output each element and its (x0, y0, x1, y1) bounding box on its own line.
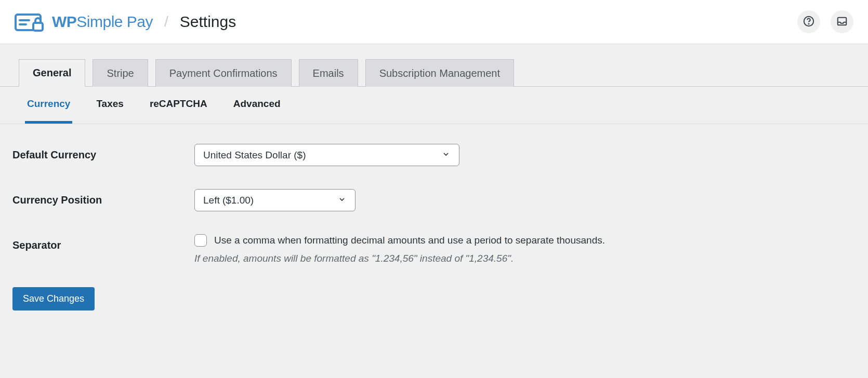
tab-stripe[interactable]: Stripe (93, 59, 148, 87)
help-button[interactable] (797, 10, 820, 33)
row-currency-position: Currency Position Left ($1.00) (12, 189, 856, 211)
separator-help-text: If enabled, amounts will be formatted as… (194, 253, 856, 264)
label-currency-position: Currency Position (12, 189, 194, 206)
brand-light: Simple Pay (76, 13, 153, 30)
select-currency-position[interactable]: Left ($1.00) (194, 189, 356, 211)
select-default-currency-wrap: United States Dollar ($) (194, 144, 459, 166)
svg-rect-6 (838, 17, 847, 25)
subtab-advanced[interactable]: Advanced (231, 87, 283, 124)
wpsimplepay-logo-icon (15, 11, 44, 32)
tab-payment-confirmations[interactable]: Payment Confirmations (155, 59, 292, 87)
select-default-currency[interactable]: United States Dollar ($) (194, 144, 459, 166)
subtab-taxes[interactable]: Taxes (94, 87, 125, 124)
subtab-recaptcha[interactable]: reCAPTCHA (148, 87, 209, 124)
tab-general[interactable]: General (19, 59, 85, 87)
tab-subscription-management[interactable]: Subscription Management (365, 59, 514, 87)
content: General Stripe Payment Confirmations Ema… (0, 44, 868, 326)
save-button[interactable]: Save Changes (12, 287, 95, 310)
brand-bold: WP (52, 13, 76, 30)
header-separator: / (164, 14, 168, 30)
label-default-currency: Default Currency (12, 144, 194, 161)
header: WPSimple Pay / Settings (0, 0, 868, 44)
label-separator: Separator (12, 234, 194, 251)
svg-point-5 (808, 23, 809, 24)
select-currency-position-wrap: Left ($1.00) (194, 189, 356, 211)
svg-rect-3 (33, 23, 43, 31)
header-actions (797, 10, 853, 33)
page-title: Settings (180, 13, 236, 31)
row-separator: Separator Use a comma when formatting de… (12, 234, 856, 264)
tab-emails[interactable]: Emails (299, 59, 358, 87)
inbox-icon (836, 16, 848, 29)
subtab-currency[interactable]: Currency (25, 87, 72, 124)
row-default-currency: Default Currency United States Dollar ($… (12, 144, 856, 166)
separator-checkbox-label: Use a comma when formatting decimal amou… (214, 235, 605, 246)
help-icon (803, 16, 814, 29)
inbox-button[interactable] (831, 10, 853, 33)
settings-form: Default Currency United States Dollar ($… (0, 128, 868, 326)
separator-checkbox-row: Use a comma when formatting decimal amou… (194, 234, 856, 247)
separator-checkbox[interactable] (194, 234, 207, 247)
brand-logo: WPSimple Pay (15, 11, 153, 32)
brand-text: WPSimple Pay (52, 13, 153, 31)
tabs-secondary: Currency Taxes reCAPTCHA Advanced (0, 87, 868, 124)
tabs-primary: General Stripe Payment Confirmations Ema… (0, 44, 868, 87)
